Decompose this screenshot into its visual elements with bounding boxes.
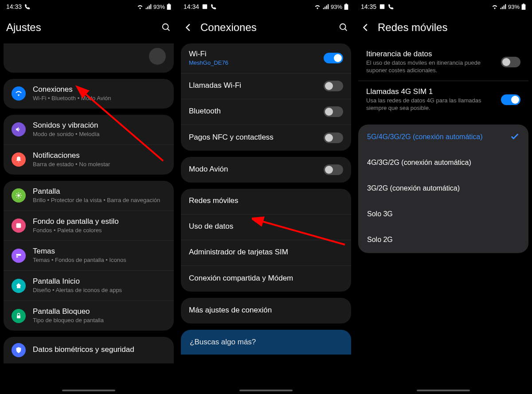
settings-item-sounds[interactable]: Sonidos y vibración Modo de sonido • Mel…: [4, 115, 174, 145]
signal-icon: [323, 4, 329, 9]
network-option[interactable]: Solo 2G: [358, 227, 528, 253]
page-title: Redes móviles: [378, 21, 526, 34]
back-button[interactable]: [184, 23, 193, 32]
page-title: Conexiones: [200, 21, 332, 34]
row-mobile-networks[interactable]: Redes móviles: [181, 189, 351, 215]
status-bar: 14:33 93%: [0, 0, 177, 13]
row-wifi[interactable]: Wi-Fi MeshGo_DE76: [181, 43, 351, 74]
svg-point-19: [340, 24, 346, 30]
row-wifi-calling[interactable]: Llamadas Wi-Fi: [181, 74, 351, 99]
image-icon: [202, 4, 208, 10]
status-time: 14:34: [184, 3, 199, 10]
svg-rect-1: [168, 4, 170, 4]
row-tethering[interactable]: Conexión compartida y Módem: [181, 266, 351, 292]
status-battery: 93%: [508, 4, 520, 10]
row-nfc[interactable]: Pagos NFC y contactless: [181, 125, 351, 151]
svg-line-12: [20, 193, 20, 194]
toggle-bluetooth[interactable]: [324, 106, 343, 117]
svg-line-10: [20, 197, 20, 197]
chevron-left-icon: [184, 23, 193, 32]
lock-icon: [12, 309, 26, 323]
row-bluetooth[interactable]: Bluetooth: [181, 99, 351, 125]
network-option[interactable]: 4G/3G/2G (conexión automática): [358, 150, 528, 176]
status-bar: 14:35 93%: [355, 0, 532, 13]
svg-rect-23: [522, 4, 526, 10]
settings-item-connections[interactable]: Conexiones Wi-Fi • Bluetooth • Modo Avió…: [4, 79, 174, 109]
search-button[interactable]: [161, 23, 171, 32]
chevron-left-icon: [361, 23, 371, 32]
brush-icon: [12, 249, 26, 263]
search-button[interactable]: [339, 23, 348, 32]
sun-icon: [12, 188, 26, 203]
toggle-airplane[interactable]: [324, 164, 343, 175]
svg-line-11: [16, 197, 17, 197]
home-indicator[interactable]: [62, 390, 115, 391]
status-battery: 93%: [331, 4, 342, 10]
wifi-icon: [314, 4, 321, 9]
check-icon: [510, 132, 520, 143]
svg-rect-18: [345, 4, 347, 4]
phone-call-icon: [388, 4, 394, 10]
screen-mobile-networks: 14:35 93% Redes móviles Itinerancia de d…: [355, 0, 532, 394]
screen-header: Ajustes: [0, 13, 177, 43]
toggle-4g-calls[interactable]: [501, 94, 520, 105]
battery-icon: [167, 4, 171, 10]
row-4g-calls[interactable]: Llamadas 4G SIM 1 Usa las redes de datos…: [358, 81, 528, 118]
svg-line-3: [168, 29, 170, 31]
settings-item-display[interactable]: Pantalla Brillo • Protector de la vista …: [4, 181, 174, 211]
home-icon: [12, 279, 26, 293]
row-data-usage[interactable]: Uso de datos: [181, 215, 351, 240]
battery-icon: [344, 4, 348, 10]
settings-item-biometrics[interactable]: Datos biométricos y seguridad: [4, 337, 174, 363]
toggle-roaming[interactable]: [501, 57, 520, 67]
signal-icon: [500, 4, 506, 9]
wifi-icon: [491, 4, 498, 9]
row-airplane[interactable]: Modo Avión: [181, 157, 351, 183]
settings-item-themes[interactable]: Temas Temas • Fondos de pantalla • Icono…: [4, 241, 174, 271]
signal-icon: [145, 4, 152, 9]
svg-rect-14: [17, 315, 20, 318]
search-prompt[interactable]: ¿Buscas algo más?: [181, 330, 351, 355]
search-icon: [339, 23, 348, 32]
svg-rect-22: [380, 4, 385, 9]
speaker-icon: [12, 122, 26, 137]
screen-connections: 14:34 93% Conexiones Wi-Fi MeshGo_DE76: [177, 0, 355, 394]
row-sim-manager[interactable]: Administrador de tarjetas SIM: [181, 240, 351, 266]
svg-rect-24: [523, 4, 524, 4]
image-icon: [379, 4, 385, 10]
phone-call-icon: [211, 4, 217, 10]
svg-rect-17: [344, 4, 348, 10]
toggle-nfc[interactable]: [324, 133, 343, 143]
item-title: Conexiones: [33, 85, 166, 94]
svg-rect-16: [203, 4, 207, 9]
row-more-settings[interactable]: Más ajustes de conexión: [181, 298, 351, 324]
item-sub: Wi-Fi • Bluetooth • Modo Avión: [33, 95, 166, 102]
network-option[interactable]: Solo 3G: [358, 202, 528, 227]
svg-line-9: [16, 193, 17, 194]
settings-item-lockscreen[interactable]: Pantalla Bloqueo Tipo de bloqueo de pant…: [4, 301, 174, 331]
svg-rect-0: [167, 4, 171, 10]
profile-fragment: [4, 43, 174, 73]
palette-icon: [12, 218, 26, 233]
settings-item-notifications[interactable]: Notificaciones Barra de estado • No mole…: [4, 145, 174, 175]
status-time: 14:35: [361, 3, 376, 10]
settings-item-wallpaper[interactable]: Fondo de pantalla y estilo Fondos • Pale…: [4, 211, 174, 241]
status-bar: 14:34 93%: [177, 0, 355, 13]
wifi-icon: [137, 4, 144, 9]
svg-rect-13: [16, 223, 21, 228]
battery-icon: [521, 4, 526, 10]
network-option[interactable]: 3G/2G (conexión automática): [358, 176, 528, 202]
status-time: 14:33: [6, 3, 22, 10]
network-option[interactable]: 5G/4G/3G/2G (conexión automática): [358, 125, 528, 150]
row-roaming[interactable]: Itinerancia de datos El uso de datos móv…: [358, 43, 528, 81]
phone-call-icon: [24, 4, 31, 10]
toggle-wifi[interactable]: [324, 53, 343, 63]
home-indicator[interactable]: [417, 390, 470, 391]
avatar[interactable]: [149, 48, 166, 65]
toggle-wifi-calling[interactable]: [324, 81, 343, 91]
svg-line-20: [345, 29, 347, 31]
back-button[interactable]: [361, 23, 371, 32]
settings-item-home[interactable]: Pantalla Inicio Diseño • Alertas de icon…: [4, 271, 174, 301]
wifi-icon: [12, 86, 26, 101]
home-indicator[interactable]: [239, 390, 293, 391]
